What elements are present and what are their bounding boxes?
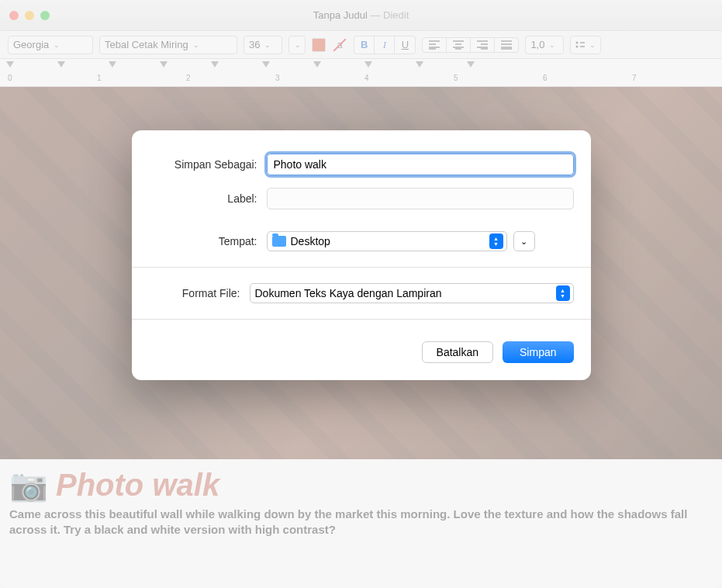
tags-row: Label: [132, 182, 591, 216]
chevron-down-icon: ⌄ [520, 237, 527, 247]
save-as-label: Simpan Sebagai: [149, 158, 267, 171]
folder-icon [272, 236, 286, 247]
where-value: Desktop [291, 235, 330, 247]
where-row: Tempat: Desktop ▲▼ ⌄ [132, 225, 591, 258]
save-as-input[interactable] [267, 154, 574, 175]
select-arrows-icon: ▲▼ [556, 285, 570, 301]
file-format-value: Dokumen Teks Kaya dengan Lampiran [255, 287, 442, 299]
app-window: Tanpa Judul — Diedit Georgia ⌄ Tebal Cet… [0, 0, 722, 588]
tags-label: Label: [149, 192, 267, 205]
save-as-row: Simpan Sebagai: [132, 147, 591, 182]
file-format-row: Format File: Dokumen Teks Kaya dengan La… [132, 277, 591, 310]
modal-overlay: Simpan Sebagai: Label: Tempat: Desktop ▲… [0, 0, 722, 588]
select-arrows-icon: ▲▼ [489, 233, 503, 249]
where-select[interactable]: Desktop ▲▼ [267, 231, 507, 251]
expand-dialog-button[interactable]: ⌄ [513, 231, 535, 251]
file-format-label: Format File: [149, 287, 250, 299]
save-dialog: Simpan Sebagai: Label: Tempat: Desktop ▲… [132, 130, 591, 380]
dialog-buttons: Batalkan Simpan [132, 329, 591, 380]
tags-input[interactable] [267, 188, 574, 209]
where-label: Tempat: [149, 235, 267, 247]
file-format-select[interactable]: Dokumen Teks Kaya dengan Lampiran ▲▼ [250, 283, 574, 303]
save-button[interactable]: Simpan [503, 341, 573, 363]
separator [132, 319, 591, 320]
cancel-button[interactable]: Batalkan [422, 341, 493, 363]
separator [132, 267, 591, 268]
